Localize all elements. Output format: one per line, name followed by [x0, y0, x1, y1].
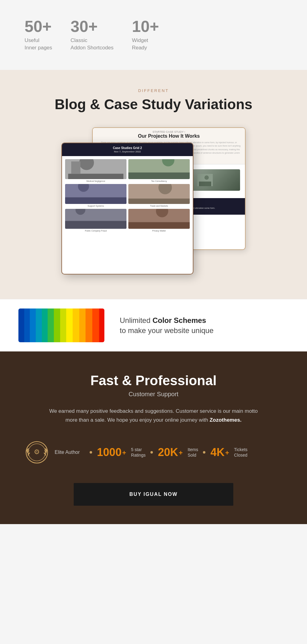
mockup-front-title: Case Studies Grid 2 [66, 146, 188, 150]
stat-number-2: 30+ [71, 18, 114, 34]
mockup-back-label: STARTED CASE STUDY › [153, 130, 185, 133]
rainbow-bar-13 [92, 309, 99, 342]
mockup-back-title: Our Projects How It Works [96, 133, 241, 139]
stat-value-1000: 1000 + [97, 447, 126, 458]
mockup-front-header: Case Studies Grid 2 Nov 7, September 202… [62, 143, 193, 156]
svg-rect-21 [65, 221, 126, 229]
stat-items-sold: 20K + ItemsSold [158, 447, 198, 458]
color-text: Unlimited Color Schemes to make your web… [120, 315, 214, 336]
blog-section: DIFFERENT Blog & Case Study Variations S… [0, 70, 307, 299]
rainbow-bars [18, 309, 104, 342]
dot-sep-3 [203, 451, 205, 454]
rainbow-bar-14 [99, 309, 104, 342]
rainbow-bar-4 [36, 309, 42, 342]
elite-author-label: Elite Author [55, 449, 80, 456]
stat-20k-label: ItemsSold [188, 447, 198, 458]
blog-title: Blog & Case Study Variations [12, 97, 295, 112]
svg-rect-12 [128, 173, 190, 179]
grid-item-2: Tax Consultancy [128, 159, 190, 182]
stat-4k-plus: + [225, 450, 229, 456]
stat-number-1: 50+ [25, 18, 52, 34]
brand-name: Zozothemes. [210, 417, 242, 423]
color-section: Unlimited Color Schemes to make your web… [0, 299, 307, 351]
stat-number-3: 10+ [132, 18, 159, 34]
stat-1000-number: 1000 [97, 447, 122, 458]
stat-label-1: UsefulInner pages [25, 37, 52, 52]
grid-img-6 [128, 209, 190, 229]
grid-item-4: Trade and Markets [128, 184, 190, 207]
svg-point-4 [204, 175, 209, 180]
grid-caption-4: Trade and Markets [128, 205, 190, 207]
grid-img-1 [65, 159, 126, 179]
rainbow-bar-5 [42, 309, 48, 342]
svg-text:⚙: ⚙ [34, 448, 40, 456]
stat-4k-label: TicketsClosed [234, 447, 247, 458]
color-text-tagline: to make your website unique [120, 326, 214, 335]
svg-rect-8 [68, 174, 123, 179]
rainbow-bar-7 [54, 309, 60, 342]
stat-20k-unit: 20K + [158, 447, 183, 458]
stat-4k-number: 4K [210, 447, 224, 458]
rainbow-bar-12 [86, 309, 92, 342]
mockup-front: Case Studies Grid 2 Nov 7, September 202… [61, 143, 193, 274]
stat-1000-plus: + [122, 450, 126, 456]
grid-caption-5: Public Company Fraud [65, 230, 126, 232]
grid-caption-6: Privacy Matter [128, 230, 190, 232]
stat-4k-unit: 4K + [210, 447, 229, 458]
blog-subtitle: DIFFERENT [12, 88, 295, 93]
mockup-front-subtitle: Nov 7, September 2022 [66, 150, 188, 153]
stat-label-2: ClassicAddon Shortcodes [71, 37, 114, 52]
dot-sep-1 [90, 451, 92, 454]
stat-label-3: WidgetReady [132, 37, 159, 52]
stat-1000-label: 5 starRatings [131, 447, 146, 458]
grid-caption-2: Tax Consultancy [128, 180, 190, 182]
grid-caption-1: Medical Negligence [65, 180, 126, 182]
svg-rect-15 [65, 197, 126, 204]
support-section: Fast & Professional Customer Support We … [0, 351, 307, 524]
svg-rect-18 [128, 199, 190, 204]
grid-img-4 [128, 184, 190, 204]
support-description: We earned many positive feedbacks and su… [49, 407, 258, 425]
rainbow-bar-6 [48, 309, 54, 342]
cta-container: BUY IGUAL NOW [18, 483, 289, 506]
grid-item-6: Privacy Matter [128, 209, 190, 232]
stat-widget: 10+ WidgetReady [132, 18, 159, 52]
support-title: Fast & Professional [18, 373, 289, 388]
stat-value-20k: 20K + [158, 447, 183, 458]
rainbow-bar-3 [30, 309, 36, 342]
rainbow-image [18, 309, 104, 342]
dot-sep-2 [150, 451, 153, 454]
stat-20k-plus: + [179, 450, 183, 456]
rainbow-bar-8 [60, 309, 66, 342]
svg-rect-24 [128, 222, 190, 229]
stat-ratings: 1000 + 5 starRatings [97, 447, 146, 458]
stats-section: 50+ UsefulInner pages 30+ ClassicAddon S… [0, 0, 307, 70]
buy-now-button[interactable]: BUY IGUAL NOW [74, 483, 233, 506]
mockup-front-grid: Medical Negligence Tax Consultancy Suppo… [62, 156, 193, 235]
rainbow-bar-2 [24, 309, 30, 342]
grid-caption-3: Support Systems [65, 205, 126, 207]
rainbow-bar-11 [79, 309, 86, 342]
grid-img-3 [65, 184, 126, 204]
grid-item-1: Medical Negligence [65, 159, 126, 182]
grid-item-3: Support Systems [65, 184, 126, 207]
rainbow-bar-9 [66, 309, 73, 342]
rainbow-bar-10 [73, 309, 79, 342]
svg-rect-9 [71, 162, 80, 174]
stat-tickets: 4K + TicketsClosed [210, 447, 247, 458]
support-stats-row: ⚙ Elite Author 1000 + 5 starRatings 20K [18, 440, 289, 465]
mockup-container: STARTED CASE STUDY › Our Projects How It… [61, 127, 246, 274]
stat-value-4k: 4K + [210, 447, 229, 458]
stat-20k-number: 20K [158, 447, 178, 458]
stat-useful-pages: 50+ UsefulInner pages [25, 18, 52, 52]
color-text-normal: Unlimited [120, 316, 153, 324]
grid-item-5: Public Company Fraud [65, 209, 126, 232]
rainbow-bar-1 [18, 309, 24, 342]
grid-img-2 [128, 159, 190, 179]
stat-shortcodes: 30+ ClassicAddon Shortcodes [71, 18, 114, 52]
grid-img-5 [65, 209, 126, 229]
color-text-bold: Color Schemes [153, 316, 206, 324]
svg-rect-5 [199, 182, 211, 186]
stat-1000-unit: 1000 + [97, 447, 126, 458]
elite-badge: ⚙ [25, 440, 49, 465]
